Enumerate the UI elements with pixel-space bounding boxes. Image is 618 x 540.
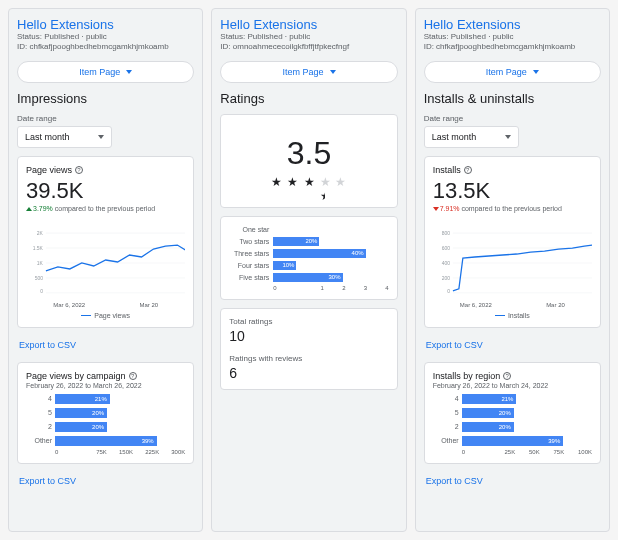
item-page-dropdown[interactable]: Item Page [424,61,601,83]
caret-down-icon [533,70,539,74]
card-title: Page views [26,165,72,175]
section-title: Ratings [220,91,397,106]
legend: Page views [26,312,185,319]
card-subtitle: February 26, 2022 to March 26, 2022 [26,382,185,389]
hbar-chart: 421%520%220%Other39% [26,394,185,446]
delta-suffix: compared to the previous period [461,205,561,212]
reviews-value: 6 [229,365,388,381]
caret-down-icon [505,135,511,139]
export-csv-button[interactable]: Export to CSV [424,336,601,354]
ext-title[interactable]: Hello Extensions [17,17,194,32]
ext-title[interactable]: Hello Extensions [424,17,601,32]
delta-row: 3.79% compared to the previous period [26,205,185,212]
hbar-value: 39% [548,436,560,446]
header: Hello Extensions Status: Published · pub… [220,17,397,53]
help-icon[interactable]: ? [75,166,83,174]
card-rating-dist: One starTwo stars20%Three stars40%Four s… [220,216,397,300]
rating-dist-chart: One starTwo stars20%Three stars40%Four s… [229,225,388,282]
date-range-label: Date range [424,114,601,123]
help-icon[interactable]: ? [464,166,472,174]
hbar-row: 421% [26,394,185,404]
col-installs: Hello Extensions Status: Published · pub… [415,8,610,532]
date-range-label: Date range [17,114,194,123]
xtick: 300K [171,449,185,455]
hbar-label: 2 [433,423,459,430]
xtick: Mar 6, 2022 [460,302,492,308]
hbar-value: 21% [501,394,513,404]
xtick: Mar 20 [139,302,158,308]
ytick: 500 [35,276,44,281]
card-campaign: Page views by campaign? February 26, 202… [17,362,194,464]
hbar-value: 39% [142,436,154,446]
trend-up-icon [26,207,32,211]
rating-dist-value: 20% [305,237,317,246]
hbar-row: 520% [433,408,592,418]
rating-dist-row: One star [229,225,388,234]
xtick: 0 [55,449,84,455]
hbar-value: 20% [499,422,511,432]
hbar-label: 4 [26,395,52,402]
date-range-select[interactable]: Last month [424,126,519,148]
xtick: 25K [504,449,515,455]
legend-dash-icon [81,315,91,316]
big-number: 13.5K [433,178,592,204]
ytick: 2K [37,231,44,236]
delta-suffix: compared to the previous period [55,205,155,212]
hbar-value: 20% [499,408,511,418]
ytick: 600 [441,246,450,251]
line-chart: 2K 1.5K 1K 500 0 [26,218,185,298]
xtick: 75K [96,449,107,455]
xtick: 3 [364,285,367,291]
line-chart: 800 600 400 200 0 [433,218,592,298]
card-title: Installs by region [433,371,501,381]
ext-id: ID: omnoahmececoilgkfbffjtfpkecfngf [220,42,397,52]
col-ratings: Hello Extensions Status: Published · pub… [211,8,406,532]
xtick: Mar 6, 2022 [53,302,85,308]
card-region: Installs by region? February 26, 2022 to… [424,362,601,464]
star-row: ★ ★ ★ ★★ ★ [229,175,388,189]
total-ratings-value: 10 [229,328,388,344]
rating-dist-value: 10% [282,261,294,270]
hbar-value: 20% [92,422,104,432]
date-range-select[interactable]: Last month [17,126,112,148]
rating-dist-row: Four stars10% [229,261,388,270]
rating-dist-row: Two stars20% [229,237,388,246]
hbar-row: 220% [433,422,592,432]
help-icon[interactable]: ? [129,372,137,380]
card-rating-score: 3.5 ★ ★ ★ ★★ ★ [220,114,397,208]
xtick: 1 [321,285,324,291]
export-csv-button[interactable]: Export to CSV [424,472,601,490]
item-page-dropdown[interactable]: Item Page [17,61,194,83]
legend-dash-icon [495,315,505,316]
rating-dist-value: 30% [329,273,341,282]
hbar-label: Other [433,437,459,444]
hbar-row: Other39% [26,436,185,446]
card-subtitle: February 26, 2022 to March 24, 2022 [433,382,592,389]
hbar-value: 21% [95,394,107,404]
col-impressions: Hello Extensions Status: Published · pub… [8,8,203,532]
hbar-chart: 421%520%220%Other39% [433,394,592,446]
xaxis: 01234 [273,285,388,291]
total-ratings-label: Total ratings [229,317,388,326]
rating-dist-label: Four stars [229,262,269,269]
date-range-value: Last month [432,132,477,142]
xtick: Mar 20 [546,302,565,308]
hbar-row: 520% [26,408,185,418]
card-title: Page views by campaign [26,371,126,381]
export-csv-button[interactable]: Export to CSV [17,472,194,490]
ytick: 1K [37,261,44,266]
item-page-label: Item Page [79,67,120,77]
xtick: 0 [462,449,491,455]
ext-title[interactable]: Hello Extensions [220,17,397,32]
hbar-value: 20% [92,408,104,418]
xtick: 0 [273,285,302,291]
export-csv-button[interactable]: Export to CSV [17,336,194,354]
card-page-views: Page views? 39.5K 3.79% compared to the … [17,156,194,328]
help-icon[interactable]: ? [503,372,511,380]
xtick: 225K [145,449,159,455]
rating-value: 3.5 [229,135,388,172]
delta-pct: 7.91% [440,205,460,212]
section-title: Impressions [17,91,194,106]
card-installs: Installs? 13.5K 7.91% compared to the pr… [424,156,601,328]
item-page-dropdown[interactable]: Item Page [220,61,397,83]
